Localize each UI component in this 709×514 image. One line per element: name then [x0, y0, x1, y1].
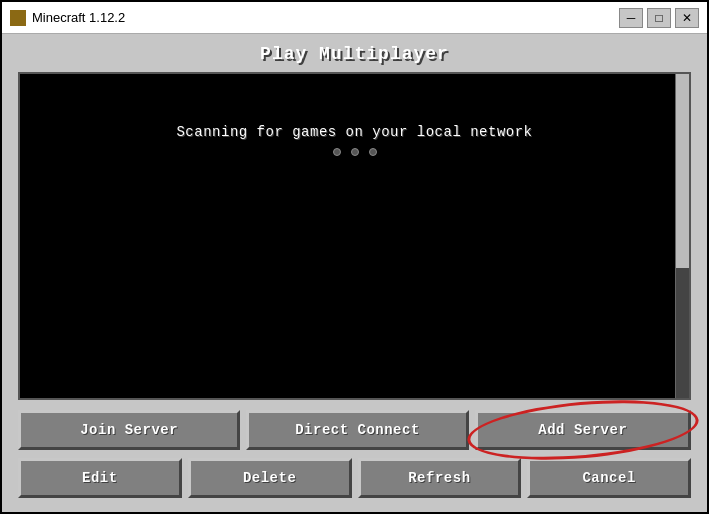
add-server-button[interactable]: Add Server	[475, 410, 691, 450]
lan-scan-text: Scanning for games on your local network	[176, 124, 532, 140]
window-content: Play Multiplayer Scanning for games on y…	[2, 34, 707, 512]
join-server-button[interactable]: Join Server	[18, 410, 240, 450]
dot-1	[333, 148, 341, 156]
title-bar-left: Minecraft 1.12.2	[10, 10, 125, 26]
button-row-1: Join Server Direct Connect Add Server	[18, 410, 691, 450]
close-button[interactable]: ✕	[675, 8, 699, 28]
scrollbar[interactable]	[675, 74, 689, 398]
refresh-button[interactable]: Refresh	[358, 458, 522, 498]
maximize-button[interactable]: □	[647, 8, 671, 28]
window-controls: ─ □ ✕	[619, 8, 699, 28]
minecraft-window: Minecraft 1.12.2 ─ □ ✕ Play Multiplayer …	[0, 0, 709, 514]
minecraft-icon	[10, 10, 26, 26]
scrollbar-thumb	[676, 74, 689, 268]
button-row-2: Edit Delete Refresh Cancel	[18, 458, 691, 498]
dot-3	[369, 148, 377, 156]
edit-button[interactable]: Edit	[18, 458, 182, 498]
server-list[interactable]: Scanning for games on your local network	[20, 74, 689, 398]
minimize-button[interactable]: ─	[619, 8, 643, 28]
cancel-button[interactable]: Cancel	[527, 458, 691, 498]
scan-dots	[333, 148, 377, 156]
direct-connect-button[interactable]: Direct Connect	[246, 410, 468, 450]
page-title: Play Multiplayer	[18, 44, 691, 64]
window-title: Minecraft 1.12.2	[32, 10, 125, 25]
dot-2	[351, 148, 359, 156]
add-server-wrapper: Add Server	[475, 410, 691, 450]
delete-button[interactable]: Delete	[188, 458, 352, 498]
lan-section: Scanning for games on your local network	[30, 84, 679, 176]
server-list-container: Scanning for games on your local network	[18, 72, 691, 400]
title-bar: Minecraft 1.12.2 ─ □ ✕	[2, 2, 707, 34]
